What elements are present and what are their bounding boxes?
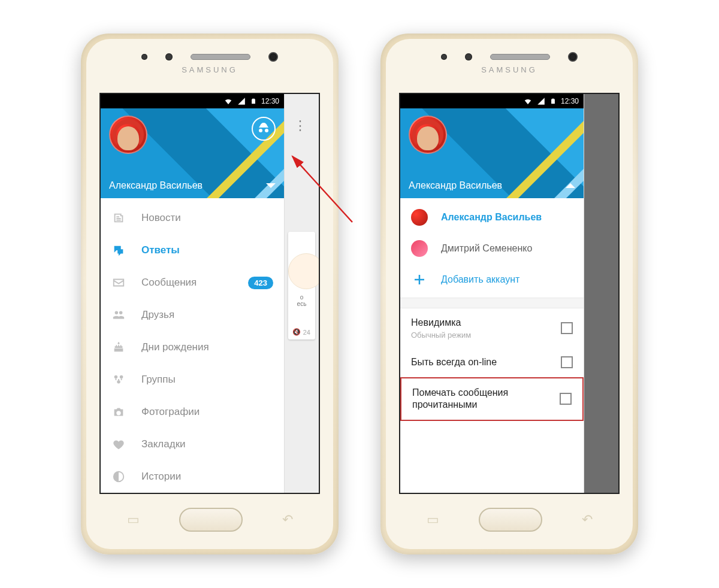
- home-button[interactable]: [179, 508, 243, 532]
- checkbox[interactable]: [561, 356, 573, 368]
- sound-icon: 🔇: [292, 328, 301, 336]
- svg-point-0: [114, 375, 118, 379]
- navigation-drawer: 12:30 Александр Васильев Александр Васил…: [400, 94, 584, 493]
- account-avatar: [411, 209, 428, 226]
- bookmarks-icon: [111, 437, 126, 451]
- account-name: Александр Васильев: [441, 212, 542, 223]
- account-item[interactable]: Дмитрий Семененко: [400, 233, 584, 264]
- status-bar: 12:30: [101, 94, 284, 108]
- wifi-icon: [224, 97, 232, 105]
- groups-icon: [111, 372, 126, 387]
- user-avatar[interactable]: [409, 116, 447, 154]
- friends-icon: [111, 308, 126, 322]
- phone-bottom-hardware: ▭ ↶: [386, 501, 633, 538]
- user-name: Александр Васильев: [109, 180, 203, 191]
- toggle-title: Быть всегда on-line: [411, 356, 554, 369]
- sidebar-item-messages[interactable]: Сообщения423: [101, 266, 284, 299]
- replies-icon: [111, 243, 126, 257]
- checkbox[interactable]: [560, 393, 572, 405]
- plus-icon: [411, 271, 428, 288]
- sidebar-item-label: Фотографии: [141, 406, 273, 418]
- home-button[interactable]: [479, 508, 542, 532]
- battery-icon: [250, 97, 256, 105]
- drawer-header[interactable]: Александр Васильев: [101, 108, 284, 198]
- toggle-item[interactable]: Помечать сообщения прочитанными: [400, 377, 584, 422]
- account-name: Дмитрий Семененко: [441, 243, 532, 254]
- photos-icon: [111, 405, 126, 419]
- sidebar-item-friends[interactable]: Друзья: [101, 299, 284, 331]
- add-account-label: Добавить аккаунт: [441, 274, 519, 285]
- content-behind-drawer: [584, 94, 618, 493]
- sidebar-item-replies[interactable]: Ответы: [101, 234, 284, 266]
- overflow-menu-icon[interactable]: ⋮: [294, 124, 307, 128]
- recents-button[interactable]: ▭: [427, 512, 439, 528]
- recents-button[interactable]: ▭: [127, 512, 140, 528]
- back-button[interactable]: ↶: [282, 512, 293, 528]
- phone-top-hardware: SAMSUNG: [86, 39, 333, 87]
- toggle-item[interactable]: Быть всегда on-line: [400, 348, 584, 377]
- brand-label: SAMSUNG: [182, 65, 238, 74]
- sidebar-item-stories[interactable]: Истории: [101, 460, 284, 493]
- sidebar-item-label: Истории: [141, 471, 273, 483]
- incognito-icon[interactable]: [252, 117, 276, 141]
- birthdays-icon: [111, 340, 126, 354]
- signal-icon: [537, 97, 545, 105]
- account-item[interactable]: Александр Васильев: [400, 202, 584, 233]
- chevron-down-icon[interactable]: [266, 183, 276, 188]
- account-avatar: [411, 240, 428, 257]
- drawer-header[interactable]: Александр Васильев: [400, 108, 584, 198]
- status-time: 12:30: [561, 97, 579, 105]
- battery-icon: [550, 97, 556, 105]
- sidebar-item-label: Новости: [141, 212, 273, 224]
- toggle-title: Невидимка: [411, 317, 554, 329]
- messages-icon: [111, 275, 126, 290]
- phone-right: SAMSUNG 12:30 Александр Васильев: [380, 34, 638, 554]
- sidebar-item-birthdays[interactable]: Дни рождения: [101, 331, 284, 363]
- sidebar-item-label: Группы: [141, 374, 273, 386]
- stories-icon: [111, 469, 126, 484]
- screen-left: ⋮ о есь 🔇24 12:30: [99, 93, 320, 494]
- badge-count: 423: [248, 277, 273, 289]
- wifi-icon: [524, 97, 532, 105]
- signal-icon: [237, 97, 246, 105]
- chevron-up-icon[interactable]: [566, 183, 575, 188]
- add-account-button[interactable]: Добавить аккаунт: [400, 264, 584, 295]
- screen-right: 12:30 Александр Васильев Александр Васил…: [399, 93, 620, 494]
- toggle-item[interactable]: НевидимкаОбычный режим: [400, 308, 584, 348]
- status-bar: 12:30: [400, 94, 584, 108]
- toggle-title: Помечать сообщения прочитанными: [412, 387, 552, 412]
- sidebar-item-label: Дни рождения: [141, 341, 273, 353]
- divider: [400, 298, 584, 308]
- phone-bottom-hardware: ▭ ↶: [86, 501, 333, 538]
- sidebar-item-bookmarks[interactable]: Закладки: [101, 428, 284, 460]
- back-button[interactable]: ↶: [582, 512, 593, 528]
- news-icon: [111, 211, 126, 225]
- brand-label: SAMSUNG: [481, 65, 537, 74]
- status-time: 12:30: [261, 97, 279, 105]
- phone-top-hardware: SAMSUNG: [386, 39, 633, 87]
- user-avatar[interactable]: [109, 116, 147, 154]
- sidebar-item-photos[interactable]: Фотографии: [101, 396, 284, 428]
- toggle-subtitle: Обычный режим: [411, 331, 554, 340]
- svg-point-2: [117, 380, 120, 384]
- content-behind-drawer: ⋮ о есь 🔇24: [284, 94, 319, 493]
- sidebar-item-label: Сообщения: [141, 277, 232, 289]
- sidebar-item-label: Закладки: [141, 438, 273, 450]
- user-name: Александр Васильев: [409, 180, 502, 191]
- sidebar-item-label: Друзья: [141, 309, 273, 321]
- navigation-drawer: 12:30 Александр Васильев НовостиОтветыСо…: [101, 94, 284, 493]
- sidebar-item-label: Ответы: [141, 244, 273, 256]
- svg-point-1: [120, 375, 123, 379]
- phone-left: SAMSUNG ⋮ о есь 🔇24 12:30: [81, 34, 339, 554]
- checkbox[interactable]: [561, 322, 573, 334]
- sidebar-item-news[interactable]: Новости: [101, 202, 284, 234]
- sidebar-item-groups[interactable]: Группы: [101, 363, 284, 396]
